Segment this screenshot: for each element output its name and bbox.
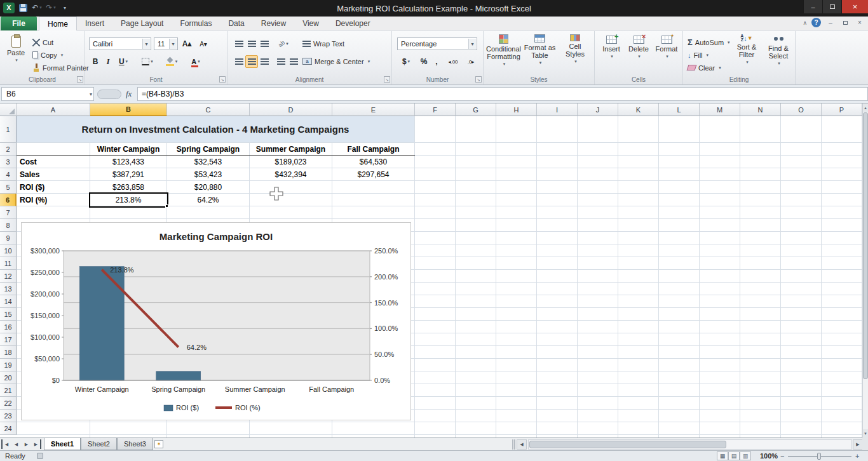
cell-A5[interactable]: ROI ($) <box>17 181 90 193</box>
vertical-scroll-thumb[interactable] <box>863 112 868 379</box>
column-header-L[interactable]: L <box>659 104 700 116</box>
row-header-11[interactable]: 11 <box>0 257 17 270</box>
tab-formulas[interactable]: Formulas <box>172 17 220 30</box>
bold-button[interactable]: B <box>89 55 102 68</box>
column-header-N[interactable]: N <box>740 104 781 116</box>
font-dialog-launcher[interactable]: ↘ <box>219 76 226 83</box>
undo-button[interactable]: ↶▾ <box>31 2 43 13</box>
tab-file[interactable]: File <box>1 17 37 30</box>
fill-button[interactable]: ↓Fill▾ <box>686 49 710 61</box>
decrease-indent-button[interactable] <box>275 55 287 68</box>
cell-A1[interactable]: Return on Investment Calculation - 4 Mar… <box>17 116 414 142</box>
row-header-22[interactable]: 22 <box>0 397 17 410</box>
workbook-restore-icon[interactable] <box>840 18 850 27</box>
column-header-D[interactable]: D <box>250 104 332 116</box>
cell-C5[interactable]: $20,880 <box>167 181 249 193</box>
copy-button[interactable]: Copy▾ <box>31 49 64 61</box>
number-dialog-launcher[interactable]: ↘ <box>475 76 482 83</box>
column-header-B[interactable]: B <box>90 104 167 116</box>
column-header-E[interactable]: E <box>332 104 415 116</box>
workbook-minimize-icon[interactable]: – <box>825 18 836 27</box>
format-cells-button[interactable]: Format▾ <box>653 35 680 78</box>
minimize-button[interactable]: – <box>803 0 822 13</box>
fill-handle[interactable] <box>165 204 168 208</box>
tab-scrollbar-splitter[interactable] <box>512 439 515 450</box>
column-header-H[interactable]: H <box>496 104 537 116</box>
row-header-16[interactable]: 16 <box>0 321 17 333</box>
clipboard-dialog-launcher[interactable]: ↘ <box>77 76 83 83</box>
workbook-close-icon[interactable]: × <box>855 18 865 27</box>
close-button[interactable]: × <box>841 0 868 13</box>
column-header-P[interactable]: P <box>822 104 862 116</box>
format-painter-button[interactable]: Format Painter <box>31 62 90 74</box>
column-header-M[interactable]: M <box>700 104 740 116</box>
decrease-decimal-button[interactable]: .0▸ <box>462 55 480 68</box>
row-header-9[interactable]: 9 <box>0 232 17 244</box>
column-header-C[interactable]: C <box>167 104 250 116</box>
zoom-out-icon[interactable]: − <box>780 452 784 460</box>
tab-review[interactable]: Review <box>253 17 294 30</box>
cell-A6[interactable]: ROI (%) <box>17 194 90 206</box>
cell-D3[interactable]: $189,023 <box>250 156 332 168</box>
excel-app-icon[interactable]: X <box>3 3 15 13</box>
percent-style-button[interactable]: % <box>417 55 430 68</box>
fill-color-button[interactable]: ▾ <box>163 55 180 68</box>
zoom-slider-thumb[interactable] <box>817 453 821 460</box>
insert-worksheet-button[interactable]: ✶ <box>154 440 163 448</box>
scroll-left-icon[interactable]: ◀ <box>517 439 527 450</box>
normal-view-icon[interactable]: ▦ <box>717 451 728 460</box>
embedded-chart[interactable]: $0$50,000$100,000$150,000$200,000$250,00… <box>21 222 411 420</box>
cell-B4[interactable]: $387,291 <box>90 168 166 180</box>
scroll-down-icon[interactable]: ▼ <box>863 429 868 438</box>
clear-button[interactable]: Clear▾ <box>686 62 722 74</box>
wrap-text-button[interactable]: Wrap Text <box>301 37 346 50</box>
italic-button[interactable]: I <box>102 55 114 68</box>
cell-B2[interactable]: Winter Campaign <box>90 143 166 155</box>
row-header-12[interactable]: 12 <box>0 270 17 283</box>
sheet-tab-sheet1[interactable]: Sheet1 <box>44 438 81 450</box>
customize-qat-button[interactable]: ▾ <box>59 2 71 13</box>
row-header-15[interactable]: 15 <box>0 308 17 321</box>
insert-cells-button[interactable]: Insert▾ <box>599 35 624 78</box>
row-header-3[interactable]: 3 <box>0 156 17 168</box>
paste-button[interactable]: Paste ▾ <box>3 33 29 74</box>
cell-D2[interactable]: Summer Campaign <box>250 143 332 155</box>
tab-view[interactable]: View <box>294 17 327 30</box>
vertical-scrollbar[interactable]: ▲ ▼ <box>862 104 868 438</box>
column-header-A[interactable]: A <box>17 104 90 116</box>
selected-cell-B6[interactable] <box>89 192 168 208</box>
page-break-view-icon[interactable]: ▥ <box>740 451 751 460</box>
zoom-in-icon[interactable]: + <box>855 452 859 460</box>
cell-styles-button[interactable]: Cell Styles▾ <box>559 34 592 79</box>
cell-D4[interactable]: $432,394 <box>250 168 332 180</box>
cell-E4[interactable]: $297,654 <box>332 168 414 180</box>
horizontal-scroll-thumb[interactable] <box>529 441 726 448</box>
column-header-G[interactable]: G <box>456 104 496 116</box>
tab-data[interactable]: Data <box>220 17 252 30</box>
cell-E3[interactable]: $64,530 <box>332 156 414 168</box>
redo-button[interactable]: ↷▾ <box>45 2 57 13</box>
minimize-ribbon-icon[interactable]: ∧ <box>803 20 807 26</box>
save-button[interactable] <box>17 2 29 13</box>
row-header-19[interactable]: 19 <box>0 359 17 371</box>
row-header-18[interactable]: 18 <box>0 346 17 359</box>
row-header-4[interactable]: 4 <box>0 168 17 181</box>
row-header-17[interactable]: 17 <box>0 333 17 346</box>
cell-E2[interactable]: Fall Campaign <box>332 143 414 155</box>
cell-B5[interactable]: $263,858 <box>90 181 166 193</box>
page-layout-view-icon[interactable]: ▤ <box>728 451 740 460</box>
borders-button[interactable]: ▾ <box>139 55 156 68</box>
row-header-24[interactable]: 24 <box>0 422 17 435</box>
column-header-O[interactable]: O <box>781 104 822 116</box>
column-header-F[interactable]: F <box>415 104 456 116</box>
number-format-select[interactable]: Percentage▾ <box>397 37 477 50</box>
scroll-right-icon[interactable]: ▶ <box>853 439 863 450</box>
scroll-up-icon[interactable]: ▲ <box>863 104 868 112</box>
next-sheet-icon[interactable]: ▶ <box>22 439 31 449</box>
macro-record-icon[interactable] <box>37 453 43 459</box>
row-header-5[interactable]: 5 <box>0 181 17 194</box>
accounting-format-button[interactable]: $▾ <box>397 55 415 68</box>
zoom-level[interactable]: 100% <box>760 452 778 460</box>
row-header-2[interactable]: 2 <box>0 143 17 156</box>
row-header-7[interactable]: 7 <box>0 206 17 219</box>
